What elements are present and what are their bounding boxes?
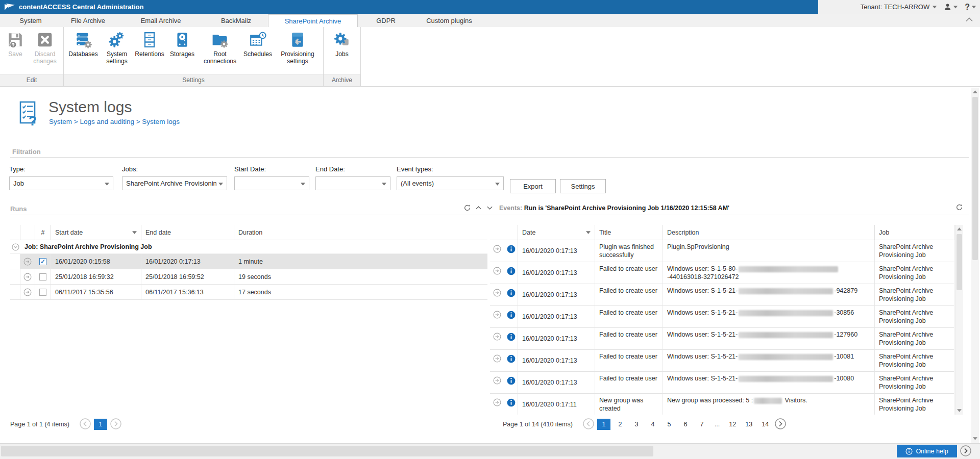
events-page-6[interactable]: 6 [679,419,692,430]
tab-file-archive[interactable]: File Archive [61,14,115,27]
run-checkbox[interactable] [39,289,46,296]
page-scrollbar-thumb[interactable] [972,97,978,260]
events-table-row[interactable]: 16/01/2020 0:17:13Failed to create userW… [490,350,954,372]
runs-table-row[interactable]: 16/01/2020 0:15:5816/01/2020 0:17:131 mi… [10,254,487,269]
previous-page-icon[interactable] [583,418,594,431]
runs-column-hash[interactable]: # [35,225,51,240]
provisioning-settings-button[interactable]: Provisioning settings [274,30,321,66]
collapse-ribbon-icon[interactable] [966,17,973,22]
events-column-date[interactable]: Date [518,225,595,240]
events-page-13[interactable]: 13 [742,419,755,430]
runs-table-row[interactable]: 06/11/2017 15:35:5606/11/2017 15:36:1317… [10,285,487,300]
expand-run-icon[interactable] [20,254,35,269]
user-menu[interactable] [944,3,958,11]
events-page-7[interactable]: 7 [695,419,708,430]
events-table-row[interactable]: 16/01/2020 0:17:13Failed to create userW… [490,306,954,328]
info-icon[interactable] [504,240,518,262]
tab-sharepoint-archive[interactable]: SharePoint Archive [268,14,358,27]
system-settings-button[interactable]: System settings [101,30,133,66]
events-scrollbar-thumb[interactable] [957,234,962,290]
expand-event-icon[interactable] [490,306,504,328]
breadcrumb[interactable]: System > Logs and auditing > System logs [49,118,180,125]
events-table-row[interactable]: 16/01/2020 0:17:13Plugin was finished su… [490,240,954,262]
refresh-icon[interactable] [463,204,471,212]
help-menu[interactable]: ? [965,3,976,12]
storages-button[interactable]: Storages [166,30,199,59]
jobs-select[interactable]: SharePoint Archive Provisioning Job [122,176,227,190]
tab-custom-plugins[interactable]: Custom plugins [416,14,482,27]
events-refresh-icon[interactable] [955,203,963,211]
scroll-down-icon[interactable] [955,406,963,415]
run-checkbox[interactable] [39,258,46,265]
expand-all-icon[interactable] [486,204,494,212]
scroll-up-icon[interactable] [955,225,963,233]
start-date-select[interactable] [234,176,309,190]
collapse-all-icon[interactable] [475,204,482,212]
tenant-menu[interactable]: Tenant: TECH-ARROW [861,3,937,11]
expand-run-icon[interactable] [20,269,35,285]
info-icon[interactable] [504,328,518,350]
previous-page-icon[interactable] [80,418,91,431]
export-button[interactable]: Export [510,179,556,193]
expand-event-icon[interactable] [490,284,504,306]
events-table-row[interactable]: 16/01/2020 0:17:13Failed to create userW… [490,262,954,284]
page-scrollbar[interactable] [971,88,979,443]
runs-group-row[interactable]: Job: SharePoint Archive Provisioning Job [10,240,487,254]
tab-system[interactable]: System [8,14,54,27]
databases-button[interactable]: Databases [66,30,101,59]
runs-table-row[interactable]: 25/01/2018 16:59:3225/01/2018 16:59:5219… [10,269,487,285]
info-icon[interactable] [504,394,518,415]
expand-event-icon[interactable] [490,328,504,350]
runs-column-start-date[interactable]: Start date [51,225,141,240]
next-page-icon[interactable] [110,418,121,431]
tab-email-archive[interactable]: Email Archive [128,14,194,27]
collapse-group-icon[interactable] [10,243,20,251]
discard-changes-button[interactable]: Discard changes [29,30,61,66]
expand-event-icon[interactable] [490,372,504,394]
info-icon[interactable] [504,262,518,284]
end-date-select[interactable] [315,176,390,190]
events-page-12[interactable]: 12 [726,419,739,430]
root-connections-button[interactable]: Root connections [199,30,241,66]
info-icon[interactable] [504,350,518,372]
events-column-job[interactable]: Job [875,225,954,240]
expand-event-icon[interactable] [490,240,504,262]
events-page-3[interactable]: 3 [630,419,643,430]
events-page-4[interactable]: 4 [646,419,659,430]
runs-column-duration[interactable]: Duration [234,225,487,240]
scroll-down-icon[interactable] [971,435,979,443]
events-table-row[interactable]: 16/01/2020 0:17:13Failed to create userW… [490,372,954,394]
type-select[interactable]: Job [9,176,113,190]
expand-run-icon[interactable] [20,285,35,300]
events-page-1[interactable]: 1 [597,419,610,430]
save-button[interactable]: Save [2,30,29,59]
scroll-up-icon[interactable] [971,88,979,96]
scroll-right-icon[interactable] [960,445,971,456]
events-table-row[interactable]: 16/01/2020 0:17:13Failed to create userW… [490,284,954,306]
events-page-2[interactable]: 2 [614,419,627,430]
schedules-button[interactable]: Schedules [241,30,274,59]
jobs-button[interactable]: Jobs [326,30,358,59]
events-page-14[interactable]: 14 [758,419,772,430]
info-icon[interactable] [504,306,518,328]
tab-backmailz[interactable]: BackMailz [207,14,265,27]
run-checkbox[interactable] [39,273,46,280]
events-column-title[interactable]: Title [595,225,663,240]
events-table-row[interactable]: 16/01/2020 0:17:11New group was createdN… [490,394,954,415]
events-scrollbar[interactable] [955,225,963,415]
retentions-button[interactable]: Retentions [133,30,166,59]
expand-event-icon[interactable] [490,262,504,284]
expand-event-icon[interactable] [490,350,504,372]
horizontal-scrollbar-thumb[interactable] [1,446,653,456]
runs-page-1[interactable]: 1 [94,419,107,430]
info-icon[interactable] [504,284,518,306]
events-table-row[interactable]: 16/01/2020 0:17:13Failed to create userW… [490,328,954,350]
info-icon[interactable] [504,372,518,394]
settings-button[interactable]: Settings [560,179,606,193]
tab-gdpr[interactable]: GDPR [362,14,409,27]
online-help-button[interactable]: Online help [897,445,957,457]
events-page-5[interactable]: 5 [663,419,676,430]
event-types-select[interactable]: (All events) [397,176,504,190]
events-column-description[interactable]: Description [663,225,875,240]
expand-event-icon[interactable] [490,394,504,415]
